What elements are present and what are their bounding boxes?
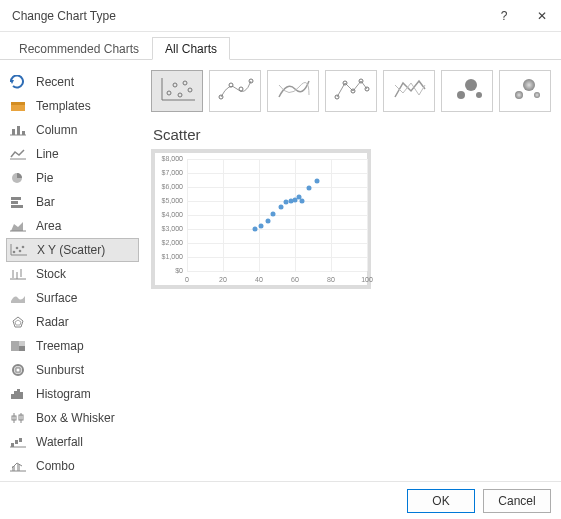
chart-type-combo[interactable]: Combo (6, 454, 139, 478)
svg-rect-32 (14, 391, 17, 399)
x-tick-label: 20 (219, 276, 227, 283)
subtype-bubble[interactable] (441, 70, 493, 112)
y-tick-label: $2,000 (157, 239, 183, 246)
area-icon (8, 216, 28, 236)
scatter-lines-markers-icon (331, 75, 371, 108)
subtype-scatter-smooth[interactable] (267, 70, 319, 112)
svg-rect-34 (20, 392, 23, 399)
svg-point-30 (16, 368, 21, 373)
chart-type-pie[interactable]: Pie (6, 166, 139, 190)
chart-type-box-whisker[interactable]: Box & Whisker (6, 406, 139, 430)
line-icon (8, 144, 28, 164)
subtype-scatter-lines-markers[interactable] (325, 70, 377, 112)
y-tick-label: $5,000 (157, 197, 183, 204)
svg-point-51 (183, 81, 187, 85)
dialog-title: Change Chart Type (12, 9, 485, 23)
cancel-label: Cancel (498, 494, 535, 508)
chart-type-label: Waterfall (36, 435, 83, 449)
section-title: Scatter (153, 126, 551, 143)
templates-icon (8, 96, 28, 116)
svg-rect-4 (17, 126, 20, 135)
titlebar: Change Chart Type ? ✕ (0, 0, 561, 32)
close-button[interactable]: ✕ (523, 0, 561, 32)
chart-type-scatter[interactable]: X Y (Scatter) (6, 238, 139, 262)
data-point (258, 224, 263, 229)
chart-type-label: Stock (36, 267, 66, 281)
chart-type-waterfall[interactable]: Waterfall (6, 430, 139, 454)
chart-type-column[interactable]: Column (6, 118, 139, 142)
svg-rect-31 (11, 394, 14, 399)
data-point (307, 186, 312, 191)
subtype-row (151, 70, 551, 112)
chart-type-label: Column (36, 123, 77, 137)
chart-type-label: Line (36, 147, 59, 161)
x-tick-label: 0 (185, 276, 189, 283)
chart-type-treemap[interactable]: Treemap (6, 334, 139, 358)
ok-button[interactable]: OK (407, 489, 475, 513)
y-tick-label: $3,000 (157, 225, 183, 232)
treemap-icon (8, 336, 28, 356)
tab-recommended[interactable]: Recommended Charts (6, 37, 152, 60)
svg-point-64 (476, 92, 482, 98)
svg-point-14 (13, 251, 16, 254)
svg-point-49 (173, 83, 177, 87)
help-icon: ? (501, 9, 508, 23)
data-point (271, 211, 276, 216)
chart-type-label: Pie (36, 171, 53, 185)
bubble-3d-icon (505, 75, 545, 108)
y-tick-label: $0 (157, 267, 183, 274)
waterfall-icon (8, 432, 28, 452)
scatter-icon (9, 240, 29, 260)
bar-icon (8, 192, 28, 212)
subtype-scatter-smooth-markers[interactable] (209, 70, 261, 112)
data-point (253, 227, 258, 232)
chart-preview[interactable]: $0$1,000$2,000$3,000$4,000$5,000$6,000$7… (151, 149, 371, 289)
svg-rect-26 (11, 341, 19, 351)
svg-point-66 (523, 79, 535, 91)
chart-type-templates[interactable]: Templates (6, 94, 139, 118)
svg-marker-25 (15, 320, 21, 325)
chart-type-label: Histogram (36, 387, 91, 401)
data-point (278, 204, 283, 209)
chart-type-label: X Y (Scatter) (37, 243, 105, 257)
svg-point-67 (534, 92, 540, 98)
chart-type-bar[interactable]: Bar (6, 190, 139, 214)
help-button[interactable]: ? (485, 0, 523, 32)
scatter-lines-icon (389, 75, 429, 108)
svg-rect-41 (19, 438, 22, 442)
svg-point-62 (457, 91, 465, 99)
svg-rect-9 (11, 197, 21, 200)
chart-type-recent[interactable]: Recent (6, 70, 139, 94)
chart-type-list: RecentTemplatesColumnLinePieBarAreaX Y (… (0, 60, 139, 481)
svg-point-48 (167, 91, 171, 95)
tab-recommended-label: Recommended Charts (19, 42, 139, 56)
chart-type-radar[interactable]: Radar (6, 310, 139, 334)
svg-rect-39 (11, 443, 14, 447)
chart-type-label: Surface (36, 291, 77, 305)
subtype-scatter[interactable] (151, 70, 203, 112)
cancel-button[interactable]: Cancel (483, 489, 551, 513)
chart-type-area[interactable]: Area (6, 214, 139, 238)
svg-point-16 (19, 250, 22, 253)
surface-icon (8, 288, 28, 308)
chart-type-line[interactable]: Line (6, 142, 139, 166)
chart-type-sunburst[interactable]: Sunburst (6, 358, 139, 382)
bubble-icon (447, 75, 487, 108)
svg-point-63 (465, 79, 477, 91)
subtype-scatter-lines[interactable] (383, 70, 435, 112)
chart-type-stock[interactable]: Stock (6, 262, 139, 286)
tab-all-charts-label: All Charts (165, 42, 217, 56)
pie-icon (8, 168, 28, 188)
tab-all-charts[interactable]: All Charts (152, 37, 230, 60)
scatter-icon (157, 75, 197, 108)
combo-icon (8, 456, 28, 476)
subtype-bubble-3d[interactable] (499, 70, 551, 112)
box-whisker-icon (8, 408, 28, 428)
chart-type-histogram[interactable]: Histogram (6, 382, 139, 406)
chart-type-label: Area (36, 219, 61, 233)
chart-type-label: Treemap (36, 339, 84, 353)
chart-type-surface[interactable]: Surface (6, 286, 139, 310)
recent-icon (8, 72, 28, 92)
data-point (266, 218, 271, 223)
svg-point-65 (515, 91, 523, 99)
